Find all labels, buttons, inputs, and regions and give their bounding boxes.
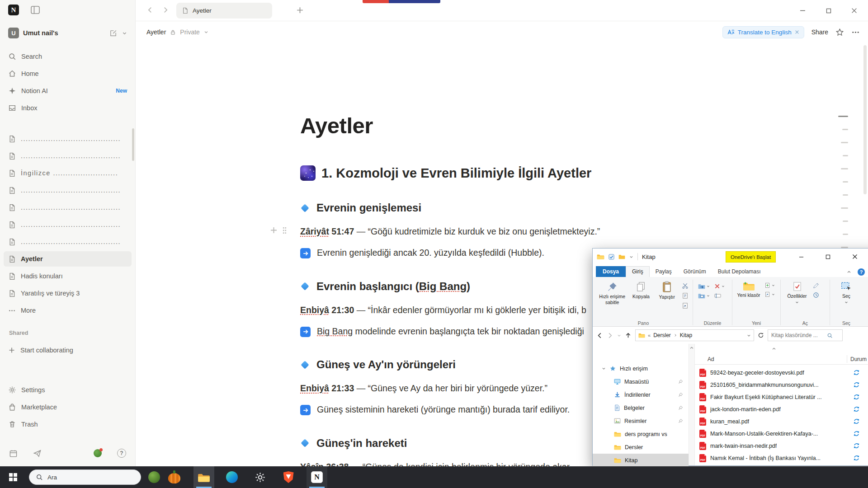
copy-to-button[interactable] [698,293,710,299]
column-status[interactable]: Durum [850,356,867,362]
close-button[interactable] [845,0,863,21]
taskbar-edge[interactable] [222,466,242,488]
more-options-icon[interactable] [851,28,860,37]
dismiss-translate-icon[interactable] [795,30,799,34]
expander-chevron-icon[interactable] [602,366,606,371]
taskbar-file-explorer[interactable] [193,466,214,488]
privacy-label[interactable]: Private [180,28,200,36]
sidebar-item-inbox[interactable]: Inbox [4,100,132,116]
verse-paragraph[interactable]: Zâriyât 51:47 — “Göğü kudretimizle biz k… [300,225,707,238]
edit-icon[interactable] [813,282,819,289]
file-row[interactable]: PDF 25101605_biridammahkmununsongunuvi..… [695,379,868,391]
maximize-button[interactable] [820,0,838,21]
sidebar-page-item-ayetler[interactable]: Ayetler [4,251,132,267]
rename-button[interactable] [714,293,725,299]
sidebar-item-home[interactable]: Home [4,66,132,81]
new-folder-button[interactable]: Yeni klasör [735,280,763,298]
tab-dosya[interactable]: Dosya [596,266,626,277]
breadcrumb-kitap[interactable]: Kitap [680,332,692,338]
nav-pictures[interactable]: Resimler [593,414,689,427]
qat-new-folder-icon[interactable] [618,254,625,259]
sidebar-toggle-icon[interactable] [31,6,40,14]
file-row[interactable]: PDF jack-london-martin-eden.pdf [695,403,868,415]
tab-giris[interactable]: Giriş [626,266,650,277]
column-name[interactable]: Ad [695,356,714,362]
recent-locations-chevron-icon[interactable] [617,333,621,338]
explorer-search-box[interactable]: Kitap klasöründe ... [768,329,843,341]
file-row[interactable]: PDF kuran_meal.pdf [695,415,868,427]
file-row[interactable]: PDF mark-twain-insan-nedir.pdf [695,440,868,452]
history-back-icon[interactable] [146,6,154,14]
tab-ayetler[interactable]: Ayetler [176,3,272,19]
nav-scrollbar[interactable] [689,344,695,465]
sidebar-item-search[interactable]: Search [4,49,132,64]
whats-new-icon[interactable] [94,449,102,457]
column-divider[interactable] [847,355,847,363]
help-icon[interactable]: ? [117,449,126,458]
history-icon[interactable] [813,292,819,298]
select-button[interactable]: Seç [832,280,860,304]
compose-icon[interactable] [109,29,117,37]
taskbar-settings[interactable] [250,466,270,488]
minimize-button[interactable] [791,249,812,265]
minimize-ribbon-icon[interactable] [847,270,851,274]
breadcrumb-dersler[interactable]: Dersler [653,332,671,338]
nav-ders-programi[interactable]: ders programı vs [593,427,689,441]
paper-plane-icon[interactable] [33,449,42,458]
copy-path-icon[interactable] [682,292,689,299]
sidebar-page-item[interactable]: ........................................ [4,234,132,249]
nav-quick-access[interactable]: Hızlı erişim [593,362,689,375]
file-row[interactable]: PDF 59242-beyaz-geceler-dostoyevski.pdf [695,366,868,379]
sidebar-item-settings[interactable]: Settings [4,382,132,398]
sidebar-page-item[interactable]: ........................................ [4,200,132,215]
address-dropdown-chevron-icon[interactable] [747,333,751,338]
nav-documents[interactable]: Belgeler [593,401,689,414]
taskbar-brave[interactable] [278,466,299,488]
notion-logo[interactable]: N [8,5,19,15]
calendar-icon[interactable] [9,449,18,458]
paste-button[interactable]: Yapıştır [654,280,680,300]
chevron-down-icon[interactable] [204,30,208,34]
refresh-icon[interactable] [758,332,764,338]
new-tab-button[interactable] [296,6,304,14]
chevron-down-icon[interactable] [122,31,127,36]
tab-paylas[interactable]: Paylaş [650,267,678,277]
drag-handle-icon[interactable] [282,226,288,235]
page-scrollbar[interactable] [863,45,867,194]
add-block-icon[interactable] [269,226,278,235]
sidebar-page-item-hadis[interactable]: Hadis konuları [4,268,132,284]
file-row[interactable]: PDF Fakir Baykurt Eşekli Kütüphaneci Lit… [695,391,868,403]
sort-ascending-icon[interactable] [772,347,776,351]
nav-kitap-selected[interactable]: Kitap [593,454,689,467]
easy-access-icon[interactable] [764,291,775,297]
paste-shortcut-icon[interactable] [682,302,689,309]
file-row[interactable]: PDF Namık Kemal - İntibah (İş Bankası Ya… [695,452,868,464]
sidebar-page-item-yaratilis[interactable]: Yaratılış ve türeyiş 3 [4,286,132,301]
delete-button[interactable] [714,283,725,289]
sidebar-item-notion-ai[interactable]: Notion AI New [4,83,132,99]
properties-button[interactable]: Özellikler [783,280,811,304]
maximize-button[interactable] [817,249,839,265]
share-button[interactable]: Share [811,28,828,36]
start-collaborating-button[interactable]: Start collaborating [4,343,132,358]
nav-downloads[interactable]: İndirilenler [593,388,689,401]
new-item-icon[interactable] [764,282,775,288]
taskbar-notion[interactable]: N [307,466,327,488]
move-to-button[interactable] [698,283,710,289]
sidebar-page-item[interactable]: İngilizce .......................... [4,165,132,181]
favorite-star-icon[interactable] [835,28,844,37]
workspace-switcher[interactable]: U Umut nail's [5,25,131,41]
crumb-overflow[interactable]: « [648,333,651,338]
explorer-titlebar[interactable]: Kitap OneDrive'ı Başlat [593,249,868,265]
sidebar-page-item[interactable]: ........................................ [4,217,132,232]
qat-customize-chevron-icon[interactable] [629,255,633,259]
history-forward-icon[interactable] [161,6,170,14]
sidebar-item-more[interactable]: More [4,303,132,318]
close-button[interactable] [844,249,865,265]
nav-desktop[interactable]: Masaüstü [593,375,689,388]
taskbar-app-green[interactable] [144,466,165,488]
taskbar-search[interactable]: Ara [29,469,141,485]
tab-bulut-depolamasi[interactable]: Bulut Depolaması [712,267,767,277]
sidebar-item-marketplace[interactable]: Marketplace [4,399,132,415]
back-icon[interactable] [596,332,603,339]
